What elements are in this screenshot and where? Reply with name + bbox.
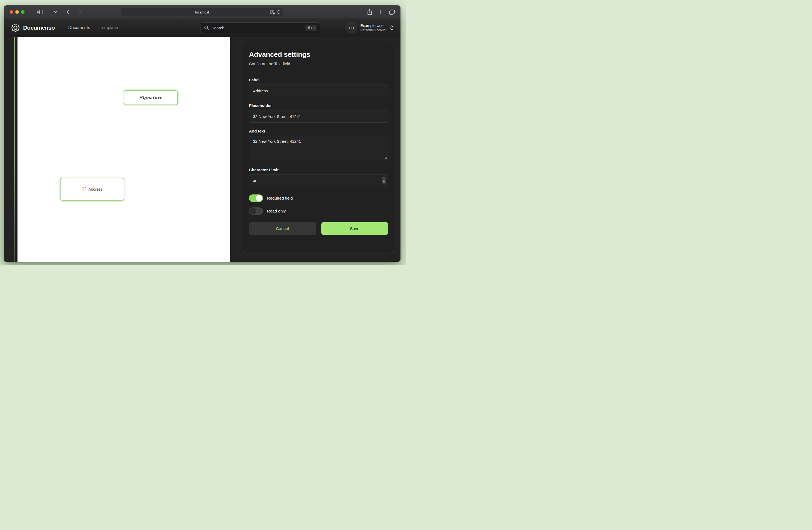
- browser-window: localhost A: [4, 5, 401, 262]
- chevrons-up-down-icon: [390, 25, 393, 30]
- zoom-window-button[interactable]: [21, 10, 25, 14]
- documenso-seal-icon: [11, 24, 20, 32]
- panel-subtitle: Configure the Text field: [249, 61, 388, 66]
- toggle-knob: [256, 195, 262, 201]
- add-text-textarea[interactable]: 32 New York Street, 41241: [249, 136, 388, 160]
- label-input[interactable]: [249, 85, 388, 97]
- text-field-type-icon: T: [82, 186, 86, 192]
- sidebar-toggle-icon[interactable]: [36, 8, 44, 16]
- minimize-window-button[interactable]: [15, 10, 19, 14]
- label-field-label: Label: [249, 78, 388, 82]
- address-text-field[interactable]: T Address: [60, 178, 124, 201]
- toggle-knob: [249, 208, 256, 214]
- brand-logo[interactable]: Documenso: [11, 24, 55, 32]
- add-text-field-label: Add text: [249, 129, 388, 133]
- tab-overview-icon[interactable]: [389, 10, 395, 15]
- read-only-row: Read only: [249, 207, 388, 215]
- textarea-resize-handle[interactable]: [384, 157, 387, 159]
- avatar: EU: [346, 22, 357, 33]
- search-icon: [204, 26, 209, 30]
- translate-icon[interactable]: A: [270, 10, 274, 14]
- user-name: Example User: [360, 24, 387, 28]
- signature-field[interactable]: Signature: [124, 90, 178, 105]
- stepper-up-icon[interactable]: [383, 179, 385, 180]
- user-account-type: Personal Account: [360, 28, 387, 32]
- read-only-toggle[interactable]: [249, 207, 263, 215]
- nav-link-templates[interactable]: Templates: [100, 25, 119, 30]
- character-limit-field-label: Character Limit: [249, 168, 388, 172]
- placeholder-field-label: Placeholder: [249, 103, 388, 108]
- browser-toolbar: localhost A: [4, 5, 401, 19]
- advanced-settings-panel: Advanced settings Configure the Text fie…: [243, 42, 394, 253]
- document-page: Signature T Address: [17, 37, 230, 262]
- stepper-down-icon[interactable]: [383, 181, 385, 182]
- back-button-icon[interactable]: [64, 8, 72, 16]
- number-stepper[interactable]: [382, 177, 386, 184]
- save-button[interactable]: Save: [321, 222, 388, 235]
- app-navbar: Documenso Documents Templates ⌘+K EU Exa…: [4, 19, 401, 37]
- main-content: Signature T Address Advanced settings Co…: [4, 37, 401, 262]
- required-field-label: Required field: [267, 196, 293, 201]
- address-bar-url: localhost: [195, 10, 209, 14]
- search-shortcut-badge: ⌘+K: [305, 25, 317, 31]
- brand-name: Documenso: [23, 25, 55, 31]
- placeholder-input[interactable]: [249, 110, 388, 123]
- forward-button-icon[interactable]: [77, 8, 84, 16]
- required-field-toggle[interactable]: [249, 194, 263, 202]
- user-menu[interactable]: EU Example User Personal Account: [346, 22, 393, 33]
- read-only-label: Read only: [267, 209, 286, 213]
- panel-title: Advanced settings: [249, 50, 388, 59]
- reload-icon[interactable]: [277, 10, 280, 14]
- document-accent-line: [14, 37, 15, 262]
- character-limit-input[interactable]: [249, 175, 388, 187]
- panel-divider: [249, 71, 388, 71]
- nav-link-documents[interactable]: Documents: [68, 25, 90, 30]
- share-icon[interactable]: [367, 9, 372, 15]
- signature-field-label: Signature: [140, 95, 162, 100]
- window-controls: [10, 10, 25, 14]
- close-window-button[interactable]: [10, 10, 13, 14]
- new-tab-icon[interactable]: [378, 10, 383, 15]
- required-field-row: Required field: [249, 194, 388, 202]
- address-field-label: Address: [89, 187, 102, 192]
- search-input[interactable]: [212, 26, 305, 30]
- search-bar[interactable]: ⌘+K: [200, 22, 320, 33]
- cancel-button[interactable]: Cancel: [249, 222, 316, 235]
- address-bar[interactable]: localhost A: [121, 8, 283, 16]
- sidebar-chevron-down-icon[interactable]: [52, 8, 59, 16]
